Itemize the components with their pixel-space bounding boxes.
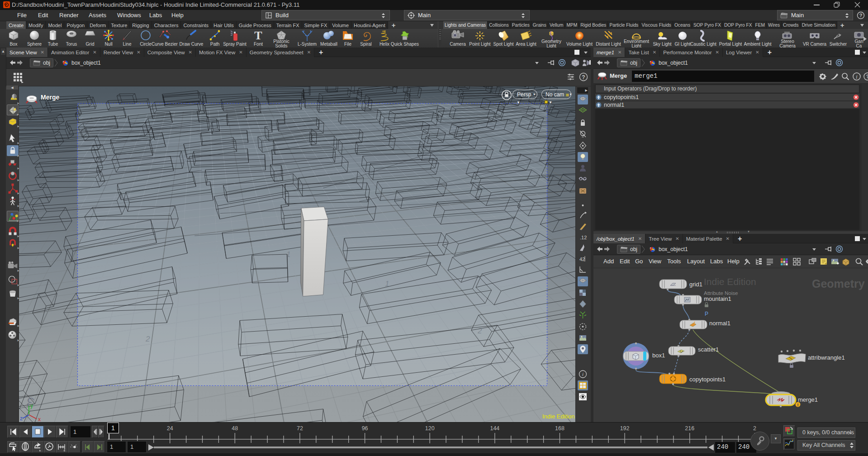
svg-text:?: ? bbox=[866, 74, 868, 79]
svg-text:2: 2 bbox=[753, 425, 756, 432]
svg-text:z: z bbox=[20, 415, 23, 422]
svg-text:1: 1 bbox=[385, 280, 389, 288]
svg-text:x: x bbox=[38, 416, 41, 422]
svg-text:144: 144 bbox=[490, 425, 499, 432]
svg-text:192: 192 bbox=[620, 425, 630, 432]
svg-text:96: 96 bbox=[362, 425, 368, 432]
svg-text:i: i bbox=[856, 74, 857, 80]
svg-text:y: y bbox=[30, 403, 33, 409]
svg-text:P: P bbox=[705, 311, 708, 317]
svg-text:48: 48 bbox=[232, 425, 238, 432]
svg-text:T: T bbox=[254, 30, 262, 42]
svg-text:!: ! bbox=[797, 403, 799, 407]
svg-text:2: 2 bbox=[477, 327, 482, 335]
svg-text:120: 120 bbox=[425, 425, 435, 432]
svg-text:?: ? bbox=[859, 13, 863, 18]
svg-text:168: 168 bbox=[555, 425, 564, 432]
svg-text:2: 2 bbox=[145, 335, 150, 343]
svg-text:?: ? bbox=[582, 74, 585, 81]
svg-text:24: 24 bbox=[167, 425, 173, 432]
svg-text:216: 216 bbox=[685, 425, 694, 432]
svg-text:i: i bbox=[582, 371, 583, 377]
svg-text:.12: .12 bbox=[580, 235, 587, 240]
svg-text:42: 42 bbox=[579, 256, 585, 262]
svg-text:1: 1 bbox=[286, 250, 290, 259]
svg-text:72: 72 bbox=[297, 425, 303, 432]
